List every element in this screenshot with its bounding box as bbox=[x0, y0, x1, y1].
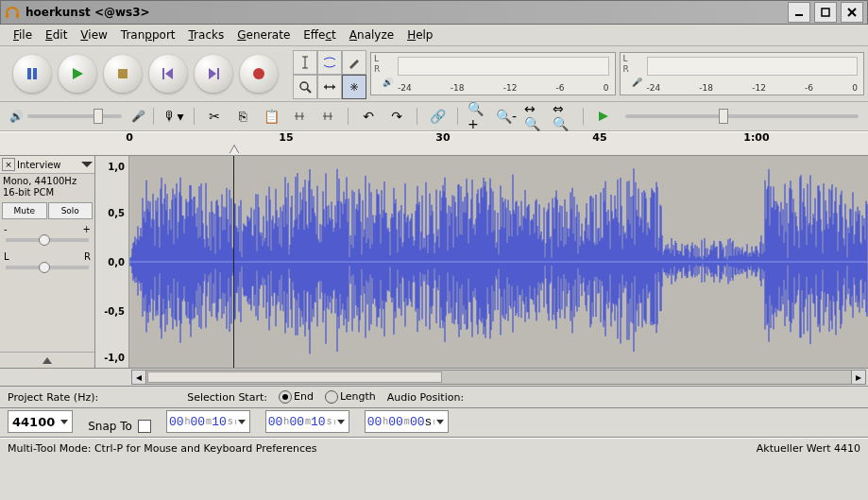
draw-tool[interactable] bbox=[342, 50, 366, 75]
scroll-left-button[interactable]: ◂ bbox=[132, 371, 146, 384]
selection-end-time[interactable]: 00h 00m 10s bbox=[265, 410, 349, 433]
gain-slider[interactable]: -.+ bbox=[0, 221, 94, 249]
snap-to-checkbox[interactable] bbox=[138, 420, 151, 433]
tool-palette bbox=[291, 48, 366, 99]
titlebar: hoerkunst <@ws3> bbox=[0, 0, 868, 25]
zoom-tool[interactable] bbox=[293, 75, 317, 99]
cut-button[interactable]: ✂ bbox=[203, 106, 226, 127]
menu-transport[interactable]: Tranpport bbox=[115, 26, 181, 43]
play-cursor-marker bbox=[230, 146, 239, 154]
speaker-icon: 🔊 bbox=[9, 110, 24, 123]
play-cursor bbox=[233, 156, 234, 368]
menu-help[interactable]: Help bbox=[401, 26, 438, 43]
svg-marker-11 bbox=[165, 68, 173, 79]
multi-tool[interactable] bbox=[342, 75, 366, 99]
svg-rect-6 bbox=[27, 68, 31, 79]
svg-rect-1 bbox=[16, 13, 19, 18]
redo-button[interactable]: ↷ bbox=[385, 106, 408, 127]
scroll-right-button[interactable]: ▸ bbox=[851, 371, 865, 384]
svg-line-20 bbox=[307, 89, 311, 93]
length-radio[interactable] bbox=[325, 390, 338, 404]
zoom-out-button[interactable]: 🔍- bbox=[495, 106, 518, 127]
timeline-ruler[interactable]: 0 15 30 45 1:00 bbox=[0, 131, 868, 156]
play-button[interactable] bbox=[59, 55, 96, 93]
maximize-button[interactable] bbox=[814, 2, 837, 23]
close-button[interactable] bbox=[841, 2, 863, 23]
sync-lock-button[interactable]: 🔗 bbox=[426, 106, 449, 127]
project-rate-combo[interactable]: 44100 bbox=[8, 410, 73, 433]
horizontal-scrollbar: ◂ ▸ bbox=[0, 369, 868, 387]
svg-marker-23 bbox=[332, 84, 335, 90]
selection-start-label: Selection Start: bbox=[187, 391, 267, 404]
svg-rect-13 bbox=[217, 68, 219, 79]
mic-icon: 🎤 bbox=[632, 78, 642, 87]
menu-edit[interactable]: Edit bbox=[40, 26, 73, 43]
toolbar-edit-row: 🔊 🎤 🎙▾ ✂ ⎘ 📋 ↶ ↷ 🔗 🔍+ 🔍- ↔🔍 ⇔🔍 bbox=[0, 102, 868, 131]
input-device-combo[interactable]: 🎙▾ bbox=[162, 106, 185, 127]
selection-tool[interactable] bbox=[293, 50, 317, 75]
skip-start-button[interactable] bbox=[149, 55, 187, 93]
playback-speed[interactable] bbox=[620, 114, 864, 118]
copy-button[interactable]: ⎘ bbox=[231, 106, 254, 127]
status-left: Multi-Tool Mode: Ctrl-P for Mouse and Ke… bbox=[8, 442, 316, 455]
trim-button[interactable] bbox=[288, 106, 311, 127]
track-control-panel: × Interview Mono, 44100Hz 16-bit PCM Mut… bbox=[0, 156, 95, 368]
waveform-display[interactable] bbox=[129, 156, 868, 368]
scroll-thumb[interactable] bbox=[147, 371, 442, 383]
statusbar: Multi-Tool Mode: Ctrl-P for Mouse and Ke… bbox=[0, 438, 868, 457]
mute-button[interactable]: Mute bbox=[2, 202, 47, 219]
menubar: File Edit View Tranpport Tracks Generate… bbox=[0, 25, 868, 46]
silence-button[interactable] bbox=[316, 106, 339, 127]
track-menu-button[interactable] bbox=[81, 162, 93, 167]
selection-bar-labels: Project Rate (Hz): Selection Start: End … bbox=[0, 387, 868, 408]
svg-point-19 bbox=[300, 82, 308, 90]
undo-button[interactable]: ↶ bbox=[357, 106, 380, 127]
skip-end-button[interactable] bbox=[195, 55, 232, 93]
paste-button[interactable]: 📋 bbox=[260, 106, 282, 127]
timeshift-tool[interactable] bbox=[317, 75, 342, 99]
pause-button[interactable] bbox=[13, 55, 51, 93]
status-right: Aktueller Wert 4410 bbox=[757, 442, 860, 455]
output-volume[interactable]: 🔊 bbox=[4, 110, 128, 123]
speaker-icon: 🔊 bbox=[383, 78, 393, 87]
mic-icon: 🎤 bbox=[131, 110, 145, 123]
fit-project-button[interactable]: ⇔🔍 bbox=[552, 106, 574, 127]
menu-file[interactable]: File bbox=[8, 26, 38, 43]
track-format: Mono, 44100Hz 16-bit PCM bbox=[0, 174, 94, 200]
minimize-button[interactable] bbox=[788, 2, 810, 23]
solo-button[interactable]: Solo bbox=[48, 202, 94, 219]
record-button[interactable] bbox=[240, 55, 278, 93]
svg-rect-3 bbox=[822, 9, 829, 16]
menu-effect[interactable]: Effect bbox=[298, 26, 342, 43]
svg-rect-7 bbox=[33, 68, 37, 79]
menu-tracks[interactable]: Tracks bbox=[183, 26, 230, 43]
track-close-button[interactable]: × bbox=[2, 158, 15, 171]
svg-marker-18 bbox=[349, 60, 359, 69]
collapse-button[interactable] bbox=[0, 352, 94, 368]
audio-position-time[interactable]: 00h 00m 00s bbox=[365, 410, 450, 433]
menu-view[interactable]: View bbox=[75, 26, 112, 43]
vertical-scale[interactable]: 1,0 0,5 0,0 -0,5 -1,0 bbox=[95, 156, 129, 368]
svg-point-14 bbox=[253, 68, 264, 79]
pan-slider[interactable]: L.R bbox=[0, 249, 94, 276]
svg-rect-0 bbox=[6, 13, 9, 18]
window-title: hoerkunst <@ws3> bbox=[26, 6, 782, 19]
svg-marker-12 bbox=[209, 68, 216, 79]
play-at-speed-button[interactable] bbox=[592, 106, 615, 127]
svg-marker-8 bbox=[73, 68, 83, 79]
selection-start-time[interactable]: 00h 00m 10s bbox=[166, 410, 250, 433]
fit-selection-button[interactable]: ↔🔍 bbox=[523, 106, 546, 127]
track-name[interactable]: Interview bbox=[17, 160, 79, 170]
selection-bar-controls: 44100 Snap To 00h 00m 10s 00h 00m 10s 00… bbox=[0, 408, 868, 438]
envelope-tool[interactable] bbox=[317, 50, 342, 75]
project-rate-label: Project Rate (Hz): bbox=[8, 391, 98, 404]
svg-marker-22 bbox=[324, 84, 327, 90]
menu-analyze[interactable]: Analyze bbox=[344, 26, 400, 43]
end-radio[interactable] bbox=[279, 390, 292, 404]
record-meter[interactable]: L R 🎤 -24-18-12-60 bbox=[620, 52, 865, 95]
playback-meter[interactable]: L R 🔊 -24-18-12-60 bbox=[370, 52, 616, 95]
stop-button[interactable] bbox=[104, 55, 142, 93]
menu-generate[interactable]: Generate bbox=[231, 26, 296, 43]
audio-position-label: Audio Position: bbox=[387, 391, 464, 404]
zoom-in-button[interactable]: 🔍+ bbox=[467, 106, 489, 127]
